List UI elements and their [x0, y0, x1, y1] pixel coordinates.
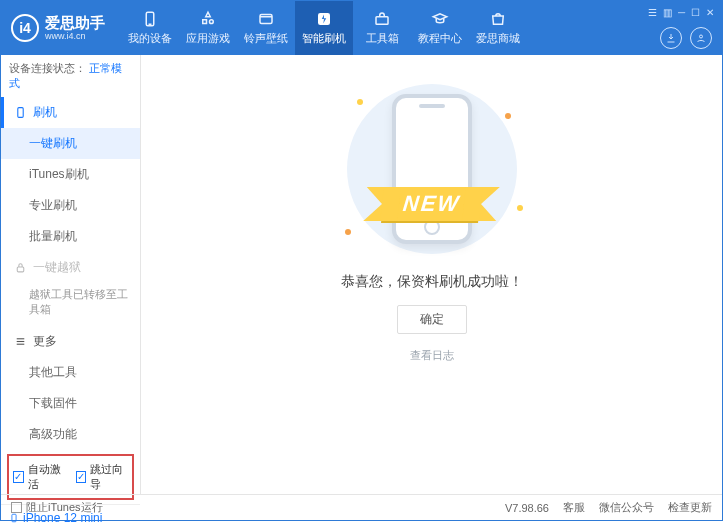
apps-icon [199, 10, 217, 28]
checkbox-icon [11, 502, 22, 513]
version-label: V7.98.66 [505, 502, 549, 514]
link-customer-service[interactable]: 客服 [563, 500, 585, 515]
svg-rect-4 [376, 17, 388, 25]
tutorial-icon [431, 10, 449, 28]
phone-icon [14, 106, 27, 119]
highlighted-options: ✓ 自动激活 ✓ 跳过向导 [7, 454, 134, 500]
sidebar: 设备连接状态： 正常模式 刷机 一键刷机 iTunes刷机 专业刷机 批量刷机 … [1, 55, 141, 494]
svg-rect-6 [18, 108, 23, 118]
nav-store[interactable]: 爱思商城 [469, 1, 527, 55]
window-controls: ☰ ▥ ─ ☐ ✕ [648, 7, 714, 18]
nav-ringtones-wallpapers[interactable]: 铃声壁纸 [237, 1, 295, 55]
sidebar-section-flash[interactable]: 刷机 [1, 97, 140, 128]
sidebar-item-download-firmware[interactable]: 下载固件 [1, 388, 140, 419]
body: 设备连接状态： 正常模式 刷机 一键刷机 iTunes刷机 专业刷机 批量刷机 … [1, 55, 722, 494]
sidebar-item-advanced[interactable]: 高级功能 [1, 419, 140, 450]
menu-icon[interactable]: ☰ [648, 7, 657, 18]
app-url: www.i4.cn [45, 31, 105, 41]
nav-toolbox[interactable]: 工具箱 [353, 1, 411, 55]
statusbar: 阻止iTunes运行 V7.98.66 客服 微信公众号 检查更新 [1, 494, 722, 520]
success-message: 恭喜您，保资料刷机成功啦！ [341, 273, 523, 291]
brand-block: 爱思助手 www.i4.cn [45, 15, 105, 42]
checkbox-icon: ✓ [76, 471, 87, 483]
link-check-update[interactable]: 检查更新 [668, 500, 712, 515]
lock-icon [14, 261, 27, 274]
titlebar: i4 爱思助手 www.i4.cn 我的设备 应用游戏 铃声壁纸 智能刷机 [1, 1, 722, 55]
sidebar-item-itunes-flash[interactable]: iTunes刷机 [1, 159, 140, 190]
connection-status: 设备连接状态： 正常模式 [1, 55, 140, 97]
app-window: i4 爱思助手 www.i4.cn 我的设备 应用游戏 铃声壁纸 智能刷机 [0, 0, 723, 521]
top-nav: 我的设备 应用游戏 铃声壁纸 智能刷机 工具箱 教程中心 [121, 1, 527, 55]
nav-smart-flash[interactable]: 智能刷机 [295, 1, 353, 55]
link-wechat[interactable]: 微信公众号 [599, 500, 654, 515]
skin-icon[interactable]: ▥ [663, 7, 672, 18]
account-button[interactable] [690, 27, 712, 49]
sidebar-section-jailbreak[interactable]: 一键越狱 [1, 252, 140, 283]
sidebar-section-more[interactable]: 更多 [1, 326, 140, 357]
new-ribbon: NEW [381, 187, 482, 221]
device-icon [141, 10, 159, 28]
close-button[interactable]: ✕ [706, 7, 714, 18]
sidebar-item-batch-flash[interactable]: 批量刷机 [1, 221, 140, 252]
checkbox-icon: ✓ [13, 471, 24, 483]
maximize-button[interactable]: ☐ [691, 7, 700, 18]
nav-apps-games[interactable]: 应用游戏 [179, 1, 237, 55]
nav-my-device[interactable]: 我的设备 [121, 1, 179, 55]
download-icon [665, 32, 677, 44]
main-content: NEW 恭喜您，保资料刷机成功啦！ 确定 查看日志 [141, 55, 722, 494]
store-icon [489, 10, 507, 28]
minimize-button[interactable]: ─ [678, 7, 685, 18]
sidebar-item-other-tools[interactable]: 其他工具 [1, 357, 140, 388]
app-name: 爱思助手 [45, 15, 105, 32]
checkbox-skip-setup[interactable]: ✓ 跳过向导 [76, 462, 129, 492]
success-illustration: NEW [327, 79, 537, 259]
jailbreak-note: 越狱工具已转移至工具箱 [1, 283, 140, 326]
app-logo-icon: i4 [11, 14, 39, 42]
nav-tutorial-center[interactable]: 教程中心 [411, 1, 469, 55]
svg-rect-2 [260, 15, 272, 24]
checkbox-block-itunes[interactable]: 阻止iTunes运行 [11, 500, 103, 515]
view-log-link[interactable]: 查看日志 [410, 348, 454, 363]
svg-rect-7 [17, 267, 24, 272]
toolbox-icon [373, 10, 391, 28]
phone-illustration-icon [392, 94, 472, 244]
flash-icon [315, 10, 333, 28]
confirm-button[interactable]: 确定 [397, 305, 467, 334]
sidebar-item-pro-flash[interactable]: 专业刷机 [1, 190, 140, 221]
list-icon [14, 335, 27, 348]
sidebar-item-oneclick-flash[interactable]: 一键刷机 [1, 128, 140, 159]
media-icon [257, 10, 275, 28]
download-button[interactable] [660, 27, 682, 49]
user-icon [695, 32, 707, 44]
checkbox-auto-activate[interactable]: ✓ 自动激活 [13, 462, 66, 492]
svg-point-5 [700, 35, 703, 38]
